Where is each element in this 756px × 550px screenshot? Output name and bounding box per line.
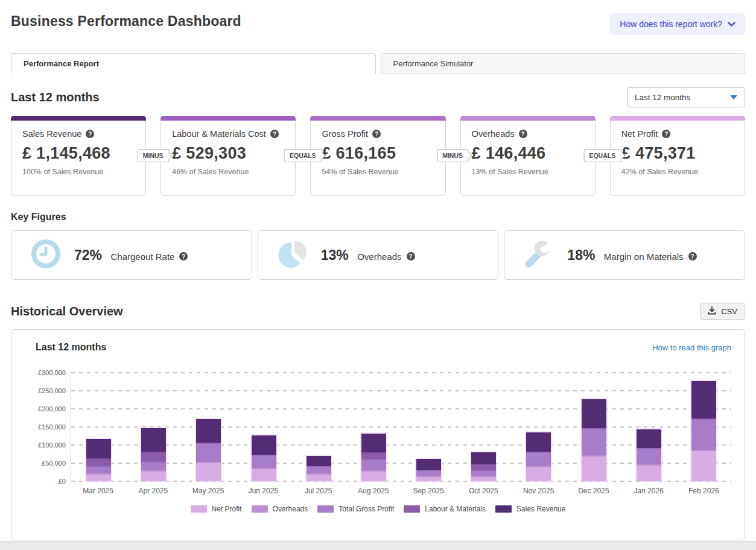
x-axis-tick-label: Apr 2025 [125, 487, 180, 495]
chart-bar-segment[interactable] [361, 459, 386, 470]
kpi-subtitle: 46% of Sales Revenue [172, 168, 284, 176]
chart-bar-segment[interactable] [471, 452, 496, 464]
chart-bar[interactable] [416, 459, 441, 481]
chart-bar-segment[interactable] [196, 462, 221, 481]
operator-badge-minus: MINUS [138, 149, 170, 162]
legend-swatch [495, 505, 512, 513]
key-figure-value: 13% [321, 247, 349, 263]
chart-bar-segment[interactable] [691, 450, 716, 481]
chart-bar[interactable] [526, 432, 551, 481]
help-icon[interactable]: ? [688, 252, 697, 261]
kpi-card-sales-revenue: Sales Revenue? £ 1,145,468 100% of Sales… [11, 116, 146, 196]
chart-bar-segment[interactable] [252, 468, 276, 481]
chart-bar[interactable] [252, 435, 276, 481]
chart-bar-segment[interactable] [141, 461, 166, 470]
help-icon[interactable]: ? [662, 130, 670, 138]
help-icon[interactable]: ? [519, 130, 527, 138]
x-axis-tick-label: Dec 2025 [566, 487, 621, 495]
chart-bar-segment[interactable] [252, 455, 276, 468]
key-figures-row: 72% Chargeout Rate? 13% Overheads? [11, 230, 745, 280]
chart-bar-segment[interactable] [86, 439, 111, 458]
help-icon[interactable]: ? [86, 130, 94, 138]
chart-bar-segment[interactable] [361, 470, 386, 481]
chart-bar-segment[interactable] [637, 429, 661, 449]
chart-bar-segment[interactable] [416, 470, 441, 476]
kpi-label: Overheads [472, 129, 515, 139]
period-row: Last 12 months Last 12 months [11, 87, 745, 107]
period-heading: Last 12 months [11, 90, 100, 104]
chart-y-axis: £0£50,000£100,000£150,000£200,000£250,00… [25, 373, 71, 481]
operator-badge-equals: EQUALS [583, 149, 621, 162]
chart-bar[interactable] [637, 429, 661, 481]
chart-bar[interactable] [307, 456, 331, 481]
csv-download-button[interactable]: CSV [700, 303, 745, 320]
tab-performance-simulator[interactable]: Performance Simulator [381, 53, 746, 74]
kpi-label: Gross Profit [322, 129, 368, 139]
tab-bar: Performance Report Performance Simulator [11, 53, 745, 74]
chart-bar[interactable] [471, 452, 496, 481]
chart-bar-segment[interactable] [252, 435, 276, 455]
tab-performance-report[interactable]: Performance Report [11, 53, 376, 74]
chart-bar-segment[interactable] [526, 432, 551, 452]
chart-bar-segment[interactable] [196, 443, 221, 462]
chart-plot [71, 373, 731, 481]
chart-bar[interactable] [582, 399, 606, 481]
chart-bar-segment[interactable] [691, 419, 716, 450]
chart-bar-segment[interactable] [141, 470, 166, 481]
chart-bar-segment[interactable] [526, 466, 551, 481]
kpi-subtitle: 100% of Sales Revenue [22, 168, 135, 176]
chart-bar[interactable] [691, 381, 716, 481]
key-figure-overheads: 13% Overheads? [258, 230, 499, 280]
chart-bar-segment[interactable] [582, 428, 606, 455]
help-icon[interactable]: ? [179, 252, 188, 261]
chart-bar-segment[interactable] [361, 452, 386, 459]
chart-bar-segment[interactable] [307, 456, 331, 466]
chart-bar-segment[interactable] [196, 419, 221, 443]
chart-bar-segment[interactable] [416, 476, 441, 481]
pie-chart-icon [278, 239, 308, 271]
chart-bar-segment[interactable] [86, 466, 111, 473]
legend-item-overheads: Overheads [252, 505, 308, 513]
legend-item-total-gross-profit: Total Gross Profit [317, 505, 394, 513]
chart-bar-segment[interactable] [526, 452, 551, 466]
chart-bar-segment[interactable] [637, 464, 661, 481]
report-help-button[interactable]: How does this report work? [610, 13, 745, 35]
period-dropdown-value: Last 12 months [635, 93, 690, 102]
key-figure-value: 18% [567, 247, 595, 263]
chart-bar-segment[interactable] [141, 452, 166, 461]
chart-title: Last 12 months [25, 342, 106, 353]
help-icon[interactable]: ? [372, 130, 381, 138]
chart-bar-segment[interactable] [691, 381, 716, 419]
chart-bar-segment[interactable] [416, 459, 441, 469]
chart-bar-segment[interactable] [86, 458, 111, 465]
chart-bar-segment[interactable] [86, 473, 111, 481]
chart-bar-segment[interactable] [471, 470, 496, 476]
chart-bar-segment[interactable] [471, 476, 496, 481]
chart-bar-segment[interactable] [141, 428, 166, 452]
chart-legend: Net ProfitOverheadsTotal Gross ProfitLab… [25, 505, 731, 513]
legend-swatch [317, 505, 334, 513]
x-axis-tick-label: Sep 2025 [401, 487, 456, 495]
chart-bar[interactable] [141, 428, 166, 481]
kpi-label: Net Profit [621, 129, 658, 139]
period-dropdown[interactable]: Last 12 months [627, 87, 745, 107]
help-icon[interactable]: ? [407, 252, 415, 261]
kpi-card-accent [610, 116, 745, 121]
chart-help-link[interactable]: How to read this graph [652, 343, 731, 352]
chart-bar[interactable] [361, 434, 386, 481]
download-icon [708, 306, 716, 317]
chart-bar-segment[interactable] [307, 473, 331, 481]
chart-bar-segment[interactable] [582, 399, 606, 428]
legend-item-sales-revenue: Sales Revenue [495, 505, 565, 513]
chart-bar[interactable] [86, 439, 111, 481]
help-icon[interactable]: ? [270, 130, 279, 138]
chart-bar-segment[interactable] [637, 448, 661, 464]
report-help-button-label: How does this report work? [620, 19, 722, 29]
chart-bar-segment[interactable] [307, 466, 331, 474]
chart-bar-segment[interactable] [471, 464, 496, 470]
chart-bar-segment[interactable] [361, 434, 386, 452]
chart-bar[interactable] [196, 419, 221, 481]
key-figure-label: Margin on Materials [604, 251, 684, 262]
key-figure-chargeout-rate: 72% Chargeout Rate? [11, 230, 252, 280]
chart-bar-segment[interactable] [582, 455, 606, 481]
